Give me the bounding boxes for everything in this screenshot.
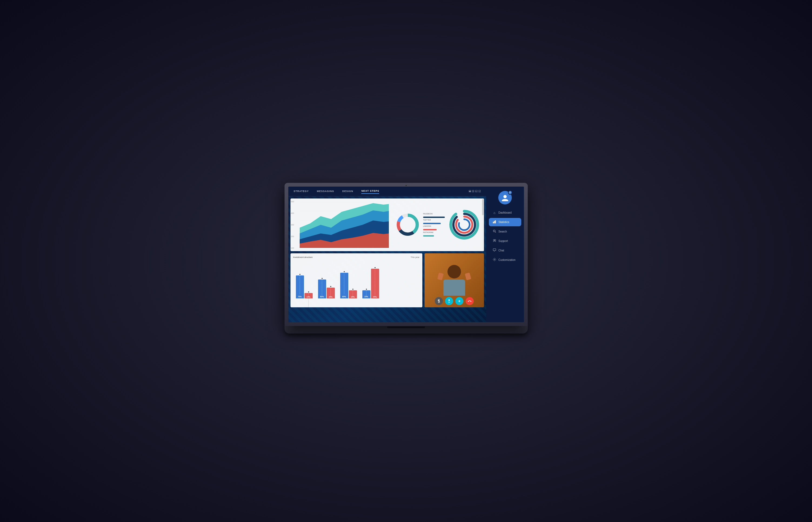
area-chart-svg [300, 202, 389, 248]
sidebar-item-dashboard[interactable]: ⌂ Dashboard [489, 209, 521, 217]
svg-point-17 [468, 301, 468, 302]
facebook-bar [423, 217, 445, 218]
svg-point-19 [503, 195, 507, 198]
svg-rect-21 [494, 221, 495, 223]
mute-btn[interactable] [435, 297, 443, 305]
spiral-chart-svg [448, 206, 480, 244]
minimize-window-btn[interactable] [475, 190, 478, 192]
svg-rect-20 [493, 222, 494, 223]
twitter-bar [423, 223, 441, 224]
sidebar: 2 ⌂ Dashboard Statistics [486, 187, 524, 322]
scroll-thumb[interactable] [482, 199, 484, 215]
bar-group-4: 25% 95% [362, 267, 379, 298]
svg-point-23 [493, 230, 495, 232]
investment-header: Investment structure This year [293, 256, 420, 258]
investment-subtitle: This year [411, 256, 420, 258]
bar-chart-icon [492, 220, 496, 224]
chat-label: Chat [499, 249, 504, 252]
y-500: 500 [291, 201, 294, 203]
email-window-icon[interactable] [469, 190, 471, 192]
support-label: Support [499, 240, 508, 242]
bar2-red-pct: 35% [329, 296, 332, 298]
video-controls [425, 297, 484, 305]
top-charts-area: 500 400 300 200 100 [290, 199, 484, 251]
bar-groups: 75% 15% [293, 261, 420, 298]
sidebar-item-chat[interactable]: Chat [489, 246, 521, 255]
y-200: 200 [291, 236, 294, 237]
settings-window-icon[interactable] [472, 190, 474, 192]
bar2-blue-pct: 60% [320, 296, 324, 298]
instagram-bar [423, 235, 434, 237]
notification-badge: 2 [508, 190, 512, 195]
nav-messaging[interactable]: MESSAGING [317, 189, 334, 194]
bottom-area: Investment structure This year [290, 253, 484, 307]
close-window-btn[interactable]: × [479, 190, 481, 192]
main-content: STRATEGY MESSAGING DESIGN NEXT STEPS [288, 187, 486, 322]
y-100: 100 [291, 247, 294, 249]
nav-next-steps[interactable]: NEXT STEPS [361, 188, 379, 194]
window-controls: × [469, 190, 481, 192]
bar4-red-pct: 95% [373, 296, 377, 298]
video-panel [425, 253, 484, 307]
dashboard-label: Dashboard [499, 211, 512, 214]
instagram-row: INSTAGRAM [423, 232, 433, 233]
bar-group-1: 75% 15% [296, 274, 313, 298]
linkedin-row: LINKEDIN [423, 225, 431, 227]
investment-chart: Investment structure This year [290, 253, 422, 307]
bar1-blue-pct: 75% [298, 296, 302, 298]
person-silhouette [443, 265, 465, 296]
laptop-base [285, 326, 528, 334]
sidebar-item-statistics[interactable]: Statistics [489, 218, 521, 226]
area-chart-container: 500 400 300 200 100 [290, 199, 392, 251]
chat-icon [492, 248, 496, 253]
video-feed [425, 253, 484, 307]
add-participant-btn[interactable] [455, 297, 463, 305]
customization-label: Customization [499, 258, 516, 261]
investment-title: Investment structure [293, 256, 313, 258]
hangup-btn[interactable] [466, 297, 474, 305]
sidebar-item-search[interactable]: Search [489, 227, 521, 236]
home-icon: ⌂ [492, 211, 496, 215]
bar3-red-pct: 25% [351, 296, 354, 298]
avatar-container: 2 [498, 191, 512, 204]
bar-group-2: 60% 35% [318, 278, 335, 298]
facebook-row: FACEBOOK [423, 213, 433, 215]
sidebar-item-support[interactable]: Support [489, 237, 521, 245]
y-300: 300 [291, 224, 294, 226]
svg-rect-22 [495, 220, 496, 223]
spiral-chart-container [448, 206, 480, 244]
twitter-label: TWITTER [423, 219, 431, 221]
nav-design[interactable]: DESIGN [342, 189, 353, 194]
camera-icon [405, 185, 407, 186]
svg-point-0 [472, 191, 473, 192]
nav-bar: STRATEGY MESSAGING DESIGN NEXT STEPS [288, 187, 486, 196]
instagram-label: INSTAGRAM [423, 232, 433, 233]
sidebar-item-customization[interactable]: Customization [489, 256, 521, 264]
laptop-body: STRATEGY MESSAGING DESIGN NEXT STEPS [285, 183, 528, 326]
laptop-hinge [387, 326, 425, 328]
linkedin-label: LINKEDIN [423, 225, 431, 227]
gear-icon [492, 258, 496, 262]
laptop: STRATEGY MESSAGING DESIGN NEXT STEPS [285, 183, 528, 339]
laptop-screen: STRATEGY MESSAGING DESIGN NEXT STEPS [288, 187, 524, 322]
right-charts: FACEBOOK TWITTER LINKEDIN [392, 199, 484, 251]
facebook-label: FACEBOOK [423, 213, 433, 215]
mic-btn[interactable] [445, 297, 453, 305]
scrollbar[interactable] [482, 199, 484, 251]
y-400: 400 [291, 212, 294, 214]
bar-group-3: 85% 25% [340, 271, 357, 298]
svg-line-24 [495, 232, 496, 233]
statistics-label: Statistics [499, 221, 509, 224]
twitter-row: TWITTER [423, 219, 431, 221]
bar3-blue-pct: 85% [342, 296, 346, 298]
nav-strategy[interactable]: STRATEGY [294, 189, 309, 194]
y-axis-labels: 500 400 300 200 100 [291, 201, 294, 249]
svg-point-27 [494, 259, 495, 260]
search-icon [492, 229, 496, 234]
support-icon [492, 239, 496, 243]
avatar-icon [501, 194, 509, 202]
donut-chart-svg [395, 213, 420, 237]
svg-point-18 [470, 301, 471, 302]
search-label: Search [499, 230, 507, 233]
linkedin-bar [423, 229, 437, 230]
